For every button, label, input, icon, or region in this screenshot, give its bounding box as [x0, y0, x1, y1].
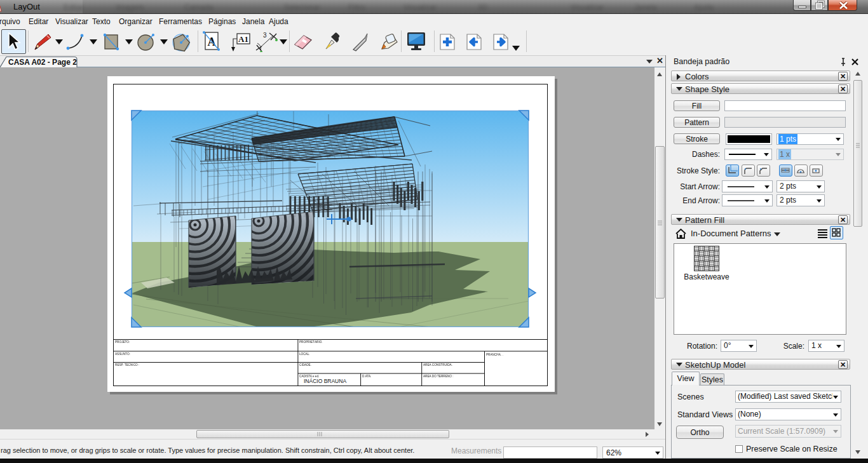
svg-text:A1: A1 [238, 34, 248, 44]
svg-text:3: 3 [263, 32, 267, 39]
